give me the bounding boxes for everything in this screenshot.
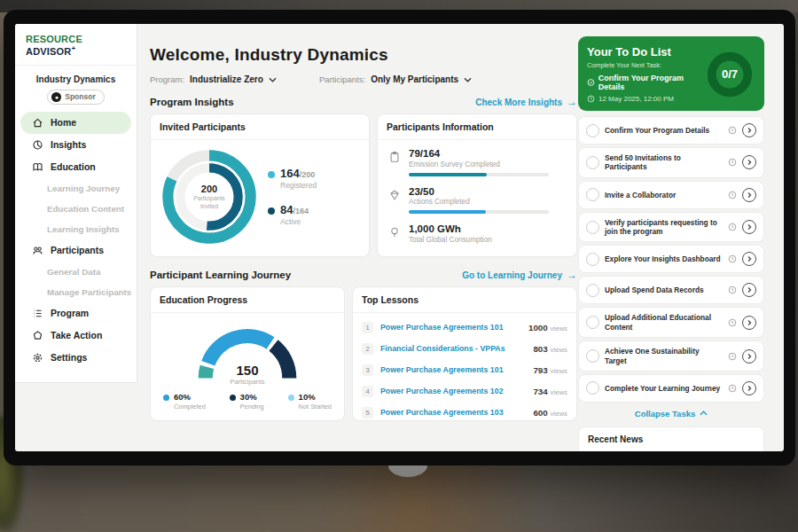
legend-registered: 164/200 Registered [268,168,317,190]
program-filter[interactable]: Program: Industrialize Zero [150,74,277,84]
sidebar-item-settings[interactable]: Settings [20,347,131,369]
sidebar-item-learning-journey[interactable]: Learning Journey [15,178,137,199]
sidebar-nav: Home Insights Education Learning Journey… [15,112,137,369]
chevron-right-button[interactable] [742,155,756,169]
book-icon [32,161,43,173]
recent-news-title: Recent News [579,427,763,451]
todo-progress-ring: 0/7 [704,49,755,100]
legend-dot [268,171,275,178]
list-icon [32,308,43,319]
legend-not-started: 10% Not Started [288,393,332,411]
task-row-send-invitations[interactable]: Send 50 Invitations to Participants [578,147,764,178]
task-checkbox[interactable] [586,316,599,329]
sidebar-item-learning-insights[interactable]: Learning Insights [15,219,137,239]
task-row-achieve-sustainability-target[interactable]: Achieve One Sustainability Target [578,340,764,372]
app-logo: RESOURCE ADVISOR+ [15,24,137,66]
check-more-insights-link[interactable]: Check More Insights → [475,97,577,107]
logo-advisor: ADVISOR [26,46,72,57]
lesson-row: 4 Power Purchase Agreements 102 734 view… [362,380,567,402]
logo-resource: RESOURCE [26,34,82,44]
go-to-learning-journey-link[interactable]: Go to Learning Journey → [462,270,577,280]
lesson-row: 5 Power Purchase Agreements 103 600 view… [362,402,567,423]
lesson-link[interactable]: Financial Considerations - VPPAs [380,344,526,353]
task-row-upload-educational-content[interactable]: Upload Additional Educational Content [578,307,764,338]
lesson-row: 1 Power Purchase Agreements 101 1000 vie… [362,317,567,338]
stat-emission-survey: 79/164 Emission Survey Completed [388,148,566,176]
task-row-complete-learning-journey[interactable]: Complete Your Learning Journey [578,374,764,403]
org-name: Industry Dynamics [15,74,137,84]
chevron-right-button[interactable] [742,381,756,395]
task-checkbox[interactable] [586,284,599,297]
donut-legend: 164/200 Registered 84/164 Active [268,168,317,226]
todo-subtitle: Complete Your Next Task: [587,61,699,69]
progress-bar [409,173,549,176]
participants-information-card: Participants Information 79/164 Emission… [377,113,577,257]
todo-title: Your To Do List [587,45,699,59]
donut-center-value: 200 [201,184,217,194]
participants-filter[interactable]: Participants: Only My Participants [319,74,472,84]
task-row-upload-spend-data[interactable]: Upload Spend Data Records [578,276,764,304]
chevron-right-button[interactable] [742,123,756,137]
pending-clock-icon [728,318,737,327]
gauge-center-value: 150 [190,364,305,377]
chevron-right-button[interactable] [742,283,756,297]
pending-clock-icon [728,158,737,167]
todo-due-date: 12 May 2025, 12:00 PM [598,95,674,103]
task-checkbox[interactable] [586,188,599,201]
sidebar-item-program[interactable]: Program [20,302,131,325]
lesson-rank: 2 [362,343,373,355]
task-checkbox[interactable] [586,381,599,395]
section-title-learning-journey: Participant Learning Journey [150,270,291,280]
chevron-right-button[interactable] [742,220,756,234]
sidebar-item-participants[interactable]: Participants [20,239,131,262]
actions-gem-icon [388,189,401,201]
sidebar-item-education[interactable]: Education [20,156,131,178]
monitor-bezel: RESOURCE ADVISOR+ Industry Dynamics ● Sp… [4,10,795,466]
task-row-explore-insights[interactable]: Explore Your Insights Dashboard [578,245,764,273]
section-title-program-insights: Program Insights [150,97,234,107]
lesson-link[interactable]: Power Purchase Agreements 102 [380,387,526,395]
legend-active: 84/164 Active [268,204,317,226]
sidebar-item-take-action[interactable]: Take Action [20,325,131,347]
task-row-verify-participants[interactable]: Verify participants requesting to join t… [578,212,764,243]
lesson-rank: 1 [362,322,373,333]
sponsor-badge: ● Sponsor [47,90,104,105]
task-checkbox[interactable] [586,221,599,234]
todo-panel: Your To Do List Complete Your Next Task:… [578,36,764,451]
task-row-confirm-program-details[interactable]: Confirm Your Program Details [578,116,764,145]
collapse-tasks-link[interactable]: Collapse Tasks [578,409,764,419]
task-checkbox[interactable] [586,156,599,169]
donut-center-label: Participants Invited [184,195,234,210]
sidebar-item-manage-participants[interactable]: Manage Participants [15,282,137,302]
pending-clock-icon [728,126,737,135]
recent-news-card: Recent News [578,426,764,451]
lesson-rank: 3 [362,364,373,376]
todo-next-task: Confirm Your Program Details [598,74,699,91]
sidebar-item-insights[interactable]: Insights [20,134,131,156]
task-row-invite-collaborator[interactable]: Invite a Collaborator [578,181,764,209]
invited-participants-card: Invited Participants 200 Participants In… [150,113,370,257]
sidebar-item-general-data[interactable]: General Data [15,262,137,282]
lesson-row: 2 Financial Considerations - VPPAs 803 v… [362,338,567,359]
chevron-down-icon [464,77,472,82]
task-checkbox[interactable] [586,349,599,363]
pending-clock-icon [728,384,737,393]
lesson-link[interactable]: Power Purchase Agreements 101 [380,365,526,374]
chevron-right-button[interactable] [742,188,756,202]
top-lessons-card: Top Lessons 1 Power Purchase Agreements … [352,286,577,421]
sidebar-item-education-content[interactable]: Education Content [15,199,137,219]
legend-dot [268,207,275,215]
task-checkbox[interactable] [586,253,599,266]
sidebar-item-home[interactable]: Home [20,112,131,134]
insights-pie-icon [32,139,43,151]
task-list: Confirm Your Program Details Send 50 Inv… [578,116,764,403]
lesson-link[interactable]: Power Purchase Agreements 101 [380,323,521,332]
chevron-right-button[interactable] [742,252,756,266]
gauge-center-label: Participants [190,378,305,386]
task-checkbox[interactable] [586,124,599,137]
invited-participants-donut-chart: 200 Participants Invited [160,147,259,246]
chevron-right-button[interactable] [742,349,756,364]
lesson-link[interactable]: Power Purchase Agreements 103 [380,408,526,417]
chevron-right-button[interactable] [742,316,756,330]
logo-plus: + [72,44,76,52]
